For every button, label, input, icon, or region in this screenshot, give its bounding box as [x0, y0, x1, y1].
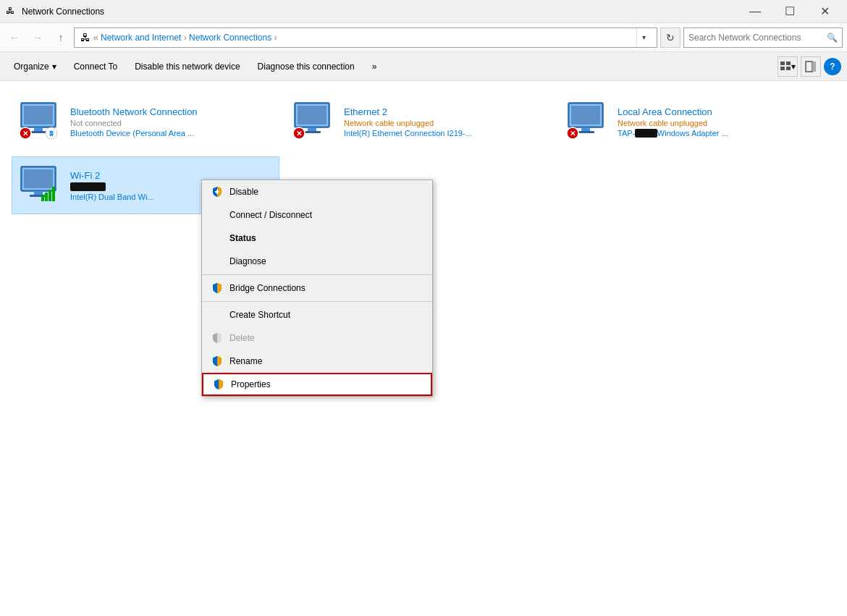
ctx-connect-disconnect-label: Connect / Disconnect	[229, 210, 312, 220]
svg-rect-37	[52, 187, 55, 201]
context-menu: Disable Connect / Disconnect Status Diag…	[201, 180, 433, 397]
connect-to-button[interactable]: Connect To	[66, 55, 126, 78]
svg-text:ʬ: ʬ	[49, 129, 54, 138]
ethernet2-status: Network cable unplugged	[344, 119, 547, 127]
breadcrumb-network-internet[interactable]: Network and Internet	[101, 33, 184, 43]
window-title: Network Connections	[22, 7, 738, 17]
ctx-connect-disconnect-icon	[211, 208, 224, 221]
ethernet2-icon-wrap: ✕	[292, 100, 335, 143]
address-box[interactable]: 🖧 « Network and Internet › Network Conne…	[74, 28, 657, 48]
ctx-properties-label: Properties	[231, 379, 271, 389]
ctx-status[interactable]: Status	[202, 227, 432, 250]
search-icon: 🔍	[827, 33, 838, 43]
more-button[interactable]: »	[364, 55, 385, 78]
view-grid-icon	[780, 61, 791, 72]
svg-text:✕: ✕	[570, 130, 576, 138]
svg-rect-33	[30, 195, 47, 197]
ctx-diagnose[interactable]: Diagnose	[202, 250, 432, 273]
ctx-disable-label: Disable	[229, 187, 258, 197]
ctx-bridge[interactable]: Bridge Connections	[202, 277, 432, 300]
organize-label: Organize	[14, 62, 49, 72]
preview-pane-button[interactable]	[801, 56, 821, 77]
view-options-button[interactable]: ▾	[778, 56, 798, 77]
up-button[interactable]: ↑	[51, 28, 71, 48]
toolbar-right: ▾ ?	[778, 56, 841, 77]
refresh-button[interactable]: ↻	[660, 28, 680, 48]
address-icon: 🖧	[80, 32, 90, 43]
title-bar: 🖧 Network Connections — ☐ ✕	[0, 0, 847, 23]
address-bar: ← → ↑ 🖧 « Network and Internet › Network…	[0, 23, 847, 52]
search-box[interactable]: 🔍	[683, 28, 843, 48]
svg-rect-19	[303, 131, 321, 133]
svg-text:✕: ✕	[22, 130, 28, 138]
svg-rect-17	[298, 106, 326, 125]
ctx-sep-1	[202, 274, 432, 275]
bluetooth-status: Not connected	[70, 119, 273, 127]
svg-rect-4	[806, 62, 812, 72]
svg-rect-10	[30, 131, 47, 133]
ctx-properties-shield-icon	[212, 378, 225, 391]
ctx-connect-disconnect[interactable]: Connect / Disconnect	[202, 203, 432, 227]
svg-rect-31	[24, 169, 53, 188]
network-item-bluetooth[interactable]: ✕ ʬ Bluetooth Network Connection Not con…	[12, 93, 279, 151]
ctx-rename-label: Rename	[229, 356, 262, 366]
svg-rect-34	[41, 195, 44, 201]
bluetooth-adapter: Bluetooth Device (Personal Area ...	[70, 129, 273, 138]
svg-rect-36	[49, 190, 51, 201]
bluetooth-name: Bluetooth Network Connection	[70, 106, 273, 117]
local-status: Network cable unplugged	[618, 119, 820, 127]
view-dropdown-icon: ▾	[791, 62, 796, 72]
disable-device-label: Disable this network device	[135, 62, 240, 72]
ctx-properties[interactable]: Properties	[202, 373, 432, 396]
local-adapter-redacted	[635, 129, 657, 138]
local-info: Local Area Connection Network cable unpl…	[618, 106, 820, 138]
ethernet2-info: Ethernet 2 Network cable unplugged Intel…	[344, 106, 547, 138]
organize-button[interactable]: Organize ▾	[6, 55, 64, 78]
breadcrumb-text: « Network and Internet › Network Connect…	[93, 33, 633, 43]
ethernet2-adapter: Intel(R) Ethernet Connection I219-...	[344, 129, 547, 138]
more-label: »	[372, 62, 377, 72]
ctx-sep-2	[202, 301, 432, 302]
network-item-local[interactable]: ✕ Local Area Connection Network cable un…	[559, 93, 827, 151]
disable-device-button[interactable]: Disable this network device	[127, 55, 248, 78]
diagnose-button[interactable]: Diagnose this connection	[250, 55, 363, 78]
svg-rect-3	[786, 67, 791, 70]
close-button[interactable]: ✕	[808, 0, 841, 23]
bluetooth-computer-icon: ✕ ʬ	[18, 100, 59, 140]
ctx-delete: Delete	[202, 326, 432, 350]
bluetooth-info: Bluetooth Network Connection Not connect…	[70, 106, 273, 138]
window-controls: — ☐ ✕	[738, 0, 841, 23]
svg-rect-0	[780, 62, 785, 65]
ctx-disable[interactable]: Disable	[202, 180, 432, 203]
ctx-disable-shield-icon	[211, 185, 224, 198]
ctx-rename[interactable]: Rename	[202, 350, 432, 373]
ethernet2-icon: ✕	[292, 100, 332, 140]
maximize-button[interactable]: ☐	[773, 0, 806, 23]
network-item-ethernet2[interactable]: ✕ Ethernet 2 Network cable unplugged Int…	[285, 93, 553, 151]
forward-button[interactable]: →	[28, 28, 48, 48]
ctx-delete-label: Delete	[229, 333, 255, 343]
diagnose-label: Diagnose this connection	[258, 62, 355, 72]
address-dropdown-button[interactable]: ▾	[636, 28, 651, 47]
help-button[interactable]: ?	[824, 58, 841, 75]
ctx-create-shortcut[interactable]: Create Shortcut	[202, 303, 432, 326]
wifi2-icon	[18, 164, 59, 204]
search-input[interactable]	[688, 33, 827, 43]
organize-dropdown-icon: ▾	[52, 62, 56, 72]
svg-text:✕: ✕	[296, 130, 302, 138]
svg-rect-39	[215, 191, 219, 193]
ctx-rename-shield-icon	[211, 355, 224, 368]
svg-rect-1	[786, 62, 791, 65]
breadcrumb-sep1: ›	[184, 33, 187, 43]
svg-rect-8	[24, 106, 53, 125]
breadcrumb-network-connections[interactable]: Network Connections	[189, 33, 274, 43]
minimize-button[interactable]: —	[738, 0, 772, 23]
svg-rect-26	[577, 131, 594, 133]
local-name: Local Area Connection	[618, 106, 820, 117]
ethernet2-name: Ethernet 2	[344, 106, 547, 117]
back-button[interactable]: ←	[4, 28, 25, 48]
connect-to-label: Connect To	[74, 62, 118, 72]
ctx-create-shortcut-icon	[211, 308, 224, 321]
ctx-status-icon	[211, 232, 224, 245]
ctx-bridge-shield-icon	[211, 282, 224, 295]
